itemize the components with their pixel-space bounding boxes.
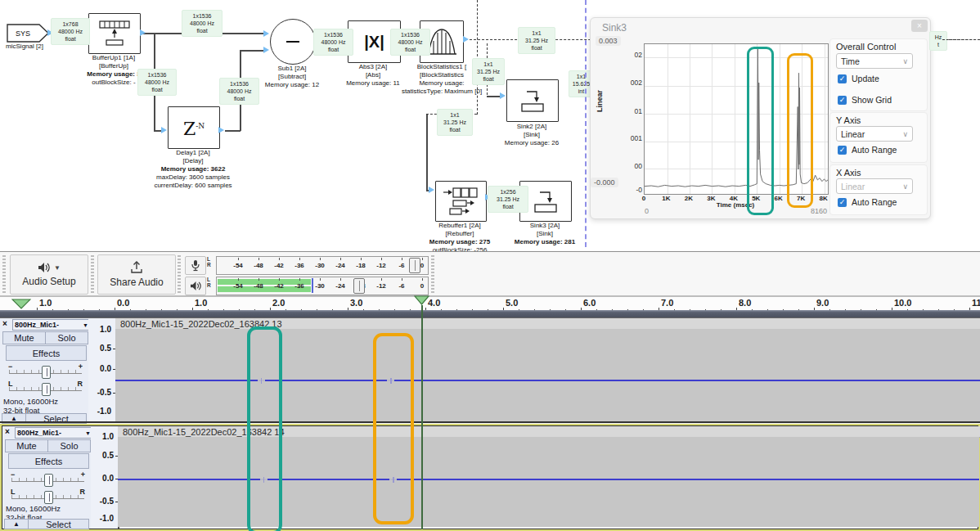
bufferup-block[interactable] <box>88 13 141 54</box>
timeline-label: 1.0 <box>39 298 52 308</box>
wire <box>487 96 501 97</box>
toolbar-grip[interactable] <box>2 255 6 293</box>
pan-slider-thumb[interactable] <box>42 383 51 396</box>
mute-button[interactable]: Mute <box>2 331 46 344</box>
playhead-line <box>421 305 423 529</box>
collapse-track-button[interactable]: ▲ <box>4 519 29 529</box>
pan-slider-thumb[interactable] <box>44 491 53 504</box>
signal-label: 1x1 31.25 Hz float <box>472 58 505 85</box>
y-tick-label: 01 <box>615 107 642 115</box>
dashed-wire <box>477 0 478 115</box>
update-checkbox-row[interactable]: ✓ Update <box>838 74 879 83</box>
sink2-block[interactable] <box>506 79 559 122</box>
pan-slider[interactable]: L R <box>6 380 85 395</box>
x-auto-range-checkbox-row[interactable]: ✓ Auto Range <box>838 197 897 207</box>
checkbox-checked-icon[interactable]: ✓ <box>838 74 847 83</box>
close-icon[interactable]: × <box>911 20 928 32</box>
toolbar-grip[interactable] <box>91 255 94 293</box>
chevron-down-icon: ▼ <box>85 430 91 436</box>
pan-slider[interactable]: L R <box>8 488 88 503</box>
meter-scale-number: -36 <box>294 282 304 290</box>
gain-slider-thumb[interactable] <box>44 474 53 487</box>
track-1-waveform[interactable] <box>115 329 980 421</box>
solo-button[interactable]: Solo <box>47 439 91 452</box>
delay-block[interactable]: Z-N <box>168 106 220 149</box>
meter-scale-number: -6 <box>398 262 404 269</box>
meter-scale-number: -30 <box>315 282 325 290</box>
audio-setup-button[interactable]: ▼ Audio Setup <box>10 254 88 295</box>
port-arrow <box>429 187 434 193</box>
y-axis-label: Linear <box>596 90 604 112</box>
show-grid-checkbox-row[interactable]: ✓ Show Grid <box>838 95 892 105</box>
checkbox-checked-icon[interactable]: ✓ <box>838 146 847 155</box>
record-meter[interactable]: -54-48-42-36-30-24-18-12-60 <box>216 256 429 275</box>
solo-button[interactable]: Solo <box>45 331 88 344</box>
track-close-icon[interactable]: × <box>5 427 10 436</box>
gain-slider-thumb[interactable] <box>42 366 51 379</box>
checkbox-checked-icon[interactable]: ✓ <box>838 96 847 105</box>
track-2-vertical-ruler[interactable]: 1.0 0.5 0.0 -0.5 -1.0 <box>91 426 119 529</box>
mute-button[interactable]: Mute <box>5 439 48 452</box>
block-diagram-canvas: SYS micSignal [2] BufferUp1 [1A] [Buffer… <box>0 0 980 251</box>
playback-volume-slider[interactable] <box>353 278 365 294</box>
toolbar-grip[interactable] <box>431 255 434 293</box>
effects-button[interactable]: Effects <box>8 453 89 469</box>
y-tick-label: -0 <box>615 186 642 194</box>
track-name-dropdown[interactable]: 800Hz_Mic1- ▼ <box>15 427 93 439</box>
meter-scale-number: -12 <box>376 282 386 290</box>
subtract-block[interactable] <box>270 19 316 65</box>
highlight-teal-tracks <box>247 326 282 531</box>
chevron-down-icon: ▼ <box>54 264 61 272</box>
record-volume-slider[interactable] <box>409 258 420 273</box>
track-name-dropdown[interactable]: 800Hz_Mic1- ▼ <box>12 319 91 331</box>
sys-input-block[interactable]: SYS <box>7 24 49 43</box>
effects-button[interactable]: Effects <box>6 345 87 361</box>
meter-scale-number: -30 <box>315 262 325 269</box>
track-close-icon[interactable]: × <box>2 319 7 328</box>
timeline-scrub-band[interactable] <box>0 310 980 317</box>
timeline-label: 9.0 <box>816 298 829 308</box>
y-axis-section-label: Y Axis <box>836 115 861 125</box>
track-2: × 800Hz_Mic1- ▼ Mute Solo Effects − + L <box>0 424 980 531</box>
update-label: Update <box>852 74 879 83</box>
share-audio-label: Share Audio <box>110 277 163 288</box>
playback-meter-speaker-button[interactable] <box>185 277 206 295</box>
checkbox-checked-icon[interactable]: ✓ <box>838 198 847 207</box>
x-auto-range-label: Auto Range <box>852 197 897 207</box>
playback-meter[interactable]: -54-48-42-36-30-24-18-12-60 <box>216 277 429 295</box>
gain-slider[interactable]: − + <box>8 470 88 486</box>
microphone-icon <box>191 259 200 272</box>
share-upload-icon <box>129 261 144 274</box>
toolbar-grip[interactable] <box>178 255 181 293</box>
track-1-control-panel: × 800Hz_Mic1- ▼ Mute Solo Effects − + L <box>0 318 89 423</box>
y-scale-dropdown[interactable]: Linear∨ <box>836 126 913 142</box>
zero-line <box>115 380 980 381</box>
clip-title-bar[interactable]: 800Hz_Mic1-15_2022Dec02_163842 13 <box>115 318 980 330</box>
sink3-labels: Sink3 [2A] [Sink] Memory usage: 281 <box>500 222 590 246</box>
signal-label: 1x1536 48000 Hz float <box>219 78 259 105</box>
signal-label: 1x1 31.25 Hz float <box>437 109 473 136</box>
select-button[interactable]: Select <box>28 519 89 529</box>
port-arrow <box>263 47 269 53</box>
timeline-label: 1.0 <box>195 298 207 308</box>
timeline-label: 5.0 <box>506 298 518 308</box>
port-arrow <box>463 36 469 43</box>
gain-slider[interactable]: − + <box>6 362 85 378</box>
timeline-ruler[interactable]: 1.00.01.02.03.04.05.06.07.08.09.010.011 <box>0 296 980 311</box>
record-meter-mic-button[interactable] <box>185 256 206 275</box>
rebuffer-block[interactable] <box>435 181 487 222</box>
share-audio-button[interactable]: Share Audio <box>97 254 176 295</box>
port-arrow <box>263 30 269 37</box>
x-scale-dropdown[interactable]: Linear∨ <box>836 178 913 194</box>
highlight-orange-plot <box>787 53 813 208</box>
y-auto-range-checkbox-row[interactable]: ✓ Auto Range <box>838 145 897 155</box>
signal-label: 1x1536 48000 Hz float <box>390 29 430 56</box>
timeline-label: 0.0 <box>117 298 129 308</box>
domain-dropdown[interactable]: Time∨ <box>836 53 913 69</box>
signal-label: 1x1536 48000 Hz float <box>182 10 223 37</box>
playhead-triangle-icon[interactable] <box>414 295 429 305</box>
timeline-label: 4.0 <box>428 298 440 308</box>
track-1: × 800Hz_Mic1- ▼ Mute Solo Effects − + L <box>0 317 980 425</box>
track-1-vertical-ruler[interactable]: 1.0 0.5 0.0 -0.5 -1.0 <box>88 318 117 423</box>
window-title: Sink3 <box>602 22 627 34</box>
